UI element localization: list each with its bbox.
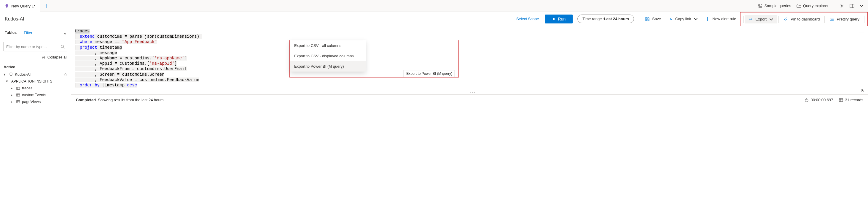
table-icon	[16, 100, 20, 104]
status-text: Completed. Showing results from the last…	[76, 98, 164, 102]
tree-table-pageviews[interactable]: ▸ pageViews	[4, 98, 67, 105]
collapse-icon	[41, 55, 46, 59]
svg-point-4	[61, 45, 64, 48]
format-icon	[830, 17, 834, 22]
svg-rect-12	[17, 100, 20, 103]
editor-collapse-button[interactable]: —	[859, 29, 864, 35]
export-icon	[748, 17, 753, 22]
stopwatch-icon	[804, 98, 809, 102]
export-powerbi[interactable]: Export to Power BI (M query)	[290, 61, 366, 71]
save-button[interactable]: Save	[642, 15, 664, 23]
divider	[640, 16, 640, 23]
new-alert-rule-button[interactable]: New alert rule	[702, 15, 740, 23]
query-explorer-button[interactable]: Query explorer	[797, 4, 829, 8]
favorite-button[interactable]: ☆	[64, 72, 67, 77]
tab-title: New Query 1*	[11, 4, 35, 8]
query-editor[interactable]: traces | extend customdims = parse_json(…	[71, 26, 868, 90]
chevron-down-icon	[769, 17, 774, 22]
run-button[interactable]: Run	[545, 14, 573, 24]
status-duration: 00:00:00.697	[804, 98, 833, 102]
sample-queries-button[interactable]: Sample queries	[758, 4, 791, 8]
tree-section-active: Active	[4, 65, 67, 69]
lightbulb-icon	[9, 72, 13, 77]
table-icon	[16, 86, 20, 90]
list-icon	[758, 4, 763, 8]
divider	[778, 16, 779, 23]
svg-rect-9	[17, 93, 20, 96]
status-records: 31 records	[839, 98, 863, 102]
workspace-name: Kudos-AI	[5, 16, 24, 22]
table-icon	[16, 93, 20, 97]
folder-icon	[797, 4, 801, 8]
new-tab-button[interactable]	[40, 0, 52, 12]
svg-point-1	[841, 5, 842, 6]
divider	[834, 3, 834, 9]
svg-rect-2	[850, 4, 854, 8]
panel-icon[interactable]	[849, 4, 855, 8]
svg-line-5	[63, 48, 65, 49]
resize-handle[interactable]: • • •	[470, 90, 475, 94]
tree-group[interactable]: ▾ APPLICATION INSIGHTS	[4, 78, 67, 85]
chevron-down-icon	[693, 17, 698, 21]
svg-rect-0	[6, 7, 7, 8]
copy-link-button[interactable]: Copy link	[664, 15, 702, 23]
search-icon	[61, 44, 65, 49]
tab-new-query[interactable]: New Query 1*	[0, 0, 40, 12]
plus-icon	[44, 4, 48, 8]
divider	[743, 16, 744, 23]
lightbulb-icon	[5, 4, 9, 8]
tab-tables[interactable]: Tables	[5, 29, 17, 38]
svg-rect-6	[17, 87, 20, 89]
table-icon	[839, 98, 843, 102]
tab-filter[interactable]: Filter	[24, 29, 32, 38]
prettify-button[interactable]: Prettify query	[826, 15, 863, 24]
export-csv-all[interactable]: Export to CSV - all columns	[290, 40, 366, 51]
divider	[825, 16, 825, 23]
select-scope-link[interactable]: Select Scope	[516, 17, 539, 21]
gear-icon[interactable]	[840, 4, 844, 8]
export-menu: Export to CSV - all columns Export to CS…	[290, 40, 366, 71]
expand-results-button[interactable]	[860, 88, 864, 93]
pin-dashboard-button[interactable]: Pin to dashboard	[780, 15, 823, 24]
collapse-all-button[interactable]: Collapse all	[4, 55, 67, 59]
export-button[interactable]: Export	[745, 15, 778, 24]
collapse-sidebar-button[interactable]: «	[64, 31, 66, 36]
export-csv-displayed[interactable]: Export to CSV - displayed columns	[290, 51, 366, 61]
tooltip: Export to Power BI (M query)	[404, 70, 455, 77]
tree-table-customevents[interactable]: ▸ customEvents	[4, 91, 67, 98]
play-icon	[552, 17, 556, 21]
link-icon	[668, 17, 673, 21]
time-range-button[interactable]: Time range : Last 24 hours	[578, 14, 634, 23]
chevron-down-icon[interactable]	[860, 4, 863, 8]
plus-icon	[705, 17, 710, 21]
tree-table-traces[interactable]: ▸ traces	[4, 85, 67, 91]
tree-root[interactable]: ▾ Kudos-AI ☆	[4, 71, 67, 78]
save-icon	[645, 17, 650, 21]
search-input-wrapper[interactable]	[4, 42, 67, 51]
pin-icon	[783, 17, 788, 22]
search-input[interactable]	[6, 44, 61, 49]
svg-rect-18	[839, 98, 843, 101]
